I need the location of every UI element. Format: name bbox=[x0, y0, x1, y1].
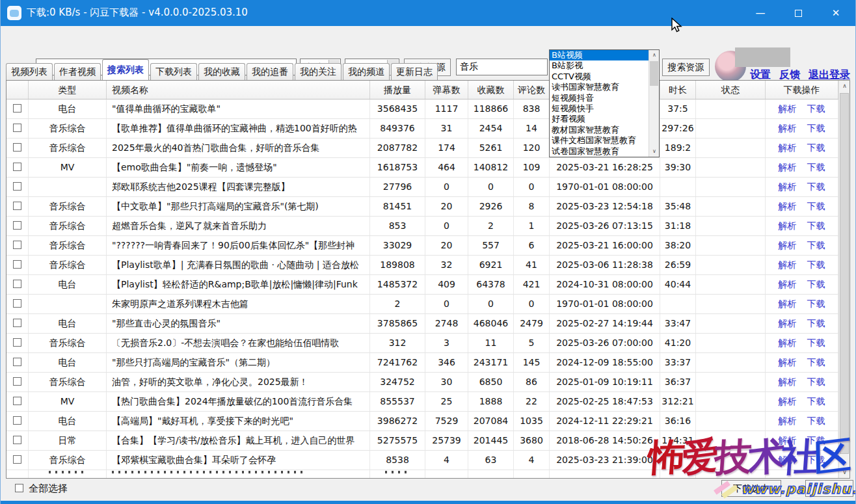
download-link[interactable]: 下载 bbox=[807, 318, 825, 328]
download-link[interactable]: 下载 bbox=[807, 142, 825, 153]
column-header[interactable]: 类型 bbox=[29, 81, 107, 99]
dropdown-option[interactable]: 读书国家智慧教育 bbox=[550, 82, 649, 92]
download-link[interactable]: 下载 bbox=[807, 240, 825, 250]
scrollbar-thumb[interactable] bbox=[840, 93, 849, 454]
parse-link[interactable]: 解析 bbox=[779, 298, 797, 309]
download-link[interactable]: 下载 bbox=[807, 416, 825, 426]
dropdown-scrollbar[interactable]: ∧ ∨ bbox=[649, 50, 659, 157]
tab-5[interactable]: 我的追番 bbox=[247, 63, 293, 80]
row-checkbox[interactable] bbox=[13, 358, 21, 366]
download-link[interactable]: 下载 bbox=[807, 435, 825, 445]
parse-link[interactable]: 解析 bbox=[779, 220, 797, 231]
search-keyword-input[interactable] bbox=[456, 59, 548, 75]
tab-7[interactable]: 我的频道 bbox=[343, 63, 390, 80]
tab-8[interactable]: 更新日志 bbox=[391, 63, 438, 80]
column-header[interactable]: 视频名称 bbox=[107, 81, 370, 99]
row-checkbox[interactable] bbox=[13, 163, 21, 171]
secondary-footer-button[interactable] bbox=[805, 480, 853, 497]
row-checkbox[interactable] bbox=[13, 143, 21, 152]
download-link[interactable]: 下载 bbox=[807, 123, 825, 133]
download-link[interactable]: 下载 bbox=[807, 298, 825, 309]
scroll-down-icon[interactable]: ∨ bbox=[649, 146, 660, 157]
row-checkbox[interactable] bbox=[13, 221, 21, 230]
parse-link[interactable]: 解析 bbox=[779, 103, 797, 114]
download-link[interactable]: 下载 bbox=[807, 357, 825, 367]
download-link[interactable]: 下载 bbox=[807, 338, 825, 348]
download-link[interactable]: 下载 bbox=[807, 377, 825, 387]
parse-link[interactable]: 解析 bbox=[779, 416, 797, 426]
column-header[interactable]: 收藏数 bbox=[468, 81, 514, 99]
dropdown-option[interactable]: 课件文档国家智慧教育 bbox=[550, 135, 649, 146]
dropdown-option[interactable]: 短视频抖音 bbox=[550, 93, 649, 103]
column-header[interactable]: 评论数 bbox=[514, 81, 550, 99]
download-link[interactable]: 下载 bbox=[807, 259, 825, 270]
parse-link[interactable]: 解析 bbox=[779, 162, 797, 172]
download-link[interactable]: 下载 bbox=[807, 396, 825, 406]
maximize-button[interactable] bbox=[782, 0, 814, 26]
column-header[interactable]: 下载操作 bbox=[766, 81, 838, 99]
search-resource-button[interactable]: 搜索资源 bbox=[662, 59, 710, 76]
download-link[interactable]: 下载 bbox=[807, 181, 825, 192]
row-checkbox[interactable] bbox=[13, 377, 21, 386]
tab-6[interactable]: 我的关注 bbox=[295, 63, 341, 80]
dropdown-option[interactable]: B站影视 bbox=[550, 60, 649, 71]
dropdown-option[interactable]: 好看视频 bbox=[550, 114, 649, 124]
parse-link[interactable]: 解析 bbox=[779, 455, 797, 465]
parse-link[interactable]: 解析 bbox=[779, 142, 797, 153]
row-checkbox[interactable] bbox=[13, 104, 21, 113]
tab-2[interactable]: 搜索列表 bbox=[102, 59, 149, 80]
scroll-up-icon[interactable]: ∧ bbox=[649, 50, 660, 60]
column-header[interactable]: 时长 bbox=[660, 81, 696, 99]
row-checkbox[interactable] bbox=[13, 397, 21, 405]
row-checkbox[interactable] bbox=[13, 299, 21, 308]
table-scrollbar[interactable]: ∧ ∨ bbox=[838, 81, 849, 478]
row-checkbox[interactable] bbox=[13, 338, 21, 347]
dropdown-option[interactable]: 教材国家智慧教育 bbox=[550, 125, 649, 135]
dropdown-option[interactable]: 试卷国家智慧教育 bbox=[550, 146, 649, 157]
parse-link[interactable]: 解析 bbox=[779, 396, 797, 406]
parse-link[interactable]: 解析 bbox=[779, 377, 797, 387]
column-header[interactable]: 播放量 bbox=[370, 81, 425, 99]
download-link[interactable]: 下载 bbox=[807, 162, 825, 172]
column-header[interactable] bbox=[7, 81, 29, 99]
download-link[interactable]: 下载 bbox=[807, 201, 825, 211]
dropdown-option[interactable]: 短视频快手 bbox=[550, 103, 649, 114]
dropdown-option[interactable]: CCTV视频 bbox=[550, 72, 649, 82]
row-checkbox[interactable] bbox=[13, 436, 21, 444]
parse-link[interactable]: 解析 bbox=[779, 435, 797, 445]
row-checkbox[interactable] bbox=[13, 124, 21, 132]
download-link[interactable]: 下载 bbox=[807, 279, 825, 289]
column-header[interactable]: 弹幕数 bbox=[425, 81, 468, 99]
row-checkbox[interactable] bbox=[13, 280, 21, 288]
row-checkbox[interactable] bbox=[13, 241, 21, 249]
minimize-button[interactable]: — bbox=[744, 0, 777, 26]
tab-3[interactable]: 下载列表 bbox=[150, 63, 197, 80]
parse-link[interactable]: 解析 bbox=[779, 318, 797, 328]
dropdown-scrollbar-thumb[interactable] bbox=[650, 61, 658, 86]
row-checkbox[interactable] bbox=[13, 455, 21, 464]
parse-link[interactable]: 解析 bbox=[779, 279, 797, 289]
parse-link[interactable]: 解析 bbox=[779, 240, 797, 250]
download-link[interactable]: 下载 bbox=[807, 455, 825, 465]
tab-0[interactable]: 视频列表 bbox=[6, 63, 53, 80]
close-button[interactable]: ✕ bbox=[820, 0, 852, 26]
parse-link[interactable]: 解析 bbox=[779, 181, 797, 192]
row-checkbox[interactable] bbox=[13, 182, 21, 191]
tab-4[interactable]: 我的收藏 bbox=[198, 63, 245, 80]
row-checkbox[interactable] bbox=[13, 416, 21, 425]
parse-link[interactable]: 解析 bbox=[779, 338, 797, 348]
tab-1[interactable]: 作者视频 bbox=[54, 63, 101, 80]
row-checkbox[interactable] bbox=[13, 202, 21, 210]
parse-link[interactable]: 解析 bbox=[779, 259, 797, 270]
download-link[interactable]: 下载 bbox=[807, 220, 825, 231]
column-header[interactable]: 状态 bbox=[696, 81, 766, 99]
select-all-checkbox[interactable] bbox=[15, 484, 23, 492]
download-link[interactable]: 下载 bbox=[807, 103, 825, 114]
parse-link[interactable]: 解析 bbox=[779, 357, 797, 367]
row-checkbox[interactable] bbox=[13, 260, 21, 269]
scroll-up-icon[interactable]: ∧ bbox=[839, 81, 850, 92]
row-checkbox[interactable] bbox=[13, 319, 21, 327]
parse-link[interactable]: 解析 bbox=[779, 201, 797, 211]
parse-link[interactable]: 解析 bbox=[779, 123, 797, 133]
scroll-down-icon[interactable]: ∨ bbox=[839, 467, 850, 478]
